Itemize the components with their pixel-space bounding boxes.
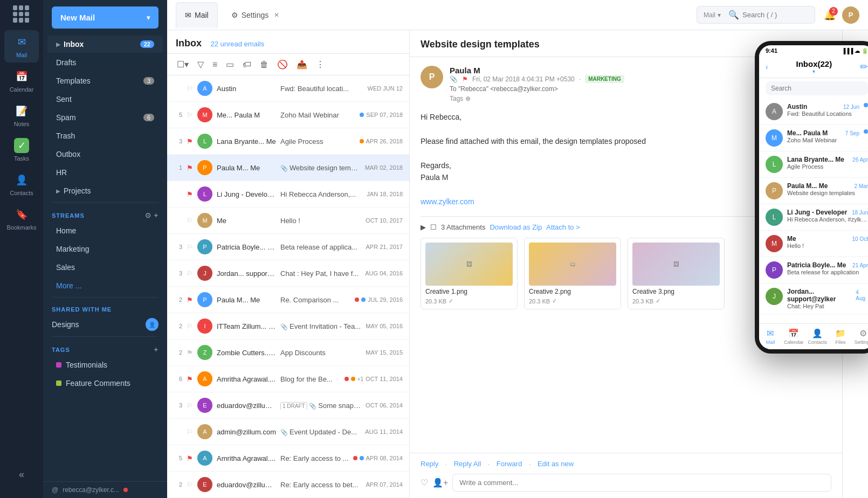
delete-button[interactable]: 🗑 (257, 58, 272, 72)
tags-add-icon[interactable]: + (154, 345, 159, 354)
flag-icon[interactable]: ⚑ (187, 296, 193, 304)
flag-icon[interactable]: ⚐ (187, 85, 193, 93)
sidebar-item-templates[interactable]: Templates 3 (47, 72, 163, 89)
email-row[interactable]: 2 ⚐ E eduardov@zillum.c... Re: Early acc… (167, 472, 409, 498)
phone-email-item[interactable]: L Li Jung - Developer 18 Jun Hi Rebecca … (759, 204, 868, 231)
archive-button[interactable]: ▭ (223, 57, 237, 72)
email-row[interactable]: ⚐ A Austin Fwd: Beautiful locati... WED … (167, 75, 409, 102)
email-row[interactable]: 3 ⚐ J Jordan... support@z... Chat : Hey … (167, 260, 409, 287)
flag-icon[interactable]: ⚐ (187, 269, 193, 278)
sidebar-item-marketing[interactable]: Marketing (47, 240, 163, 258)
search-filter-dropdown[interactable]: Mail ▾ (704, 11, 721, 19)
expand-attach-icon[interactable]: ▶ (421, 223, 426, 231)
sidebar-item-feature-comments[interactable]: Feature Comments (47, 375, 163, 392)
email-row[interactable]: ⚑ L Li Jung - Developer Hi Rebecca Ander… (167, 181, 409, 208)
email-row[interactable]: 5 ⚑ A Amritha Agrawal.... Re: Early acce… (167, 445, 409, 472)
email-row[interactable]: 3 ⚑ L Lana Bryante... Me Agile Process A… (167, 128, 409, 155)
move-button[interactable]: 📤 (293, 57, 311, 72)
email-row[interactable]: 2 ⚑ P Paula M... Me Re. Comparison ... J… (167, 287, 409, 313)
checkbox-attach[interactable]: ☐ (430, 223, 437, 231)
phone-email-item[interactable]: P Patricia Boyle... Me 21 Apr Beta relea… (759, 257, 868, 283)
flag-icon[interactable]: ⚑ (187, 137, 193, 146)
email-row[interactable]: 3 ⚐ E eduardov@zillum.c... 1 DRAFT 📎Some… (167, 392, 409, 419)
sidebar-item-outbox[interactable]: Outbox (47, 146, 163, 163)
filter-button[interactable]: ▽ (194, 57, 207, 72)
flag-icon[interactable]: ⚐ (187, 481, 193, 489)
phone-email-item[interactable]: J Jordan... support@zylker 4 Aug Chat: H… (759, 283, 868, 314)
sidebar-item-home[interactable]: Home (47, 222, 163, 239)
attachment-card[interactable]: 🖼 Creative 3.png 20.3 KB ✓ (628, 238, 725, 309)
forward-button[interactable]: Forward (497, 460, 522, 469)
flag-icon[interactable]: ⚐ (187, 402, 193, 410)
heart-icon[interactable]: ♡ (421, 478, 428, 488)
sidebar-item-designs[interactable]: Designs 👤 (43, 315, 167, 334)
tags-add-icon[interactable]: ⊕ (465, 95, 471, 102)
phone-email-item[interactable]: P Paula M... Me 2 Mar Website design tem… (759, 178, 868, 204)
flag-icon[interactable]: ⚐ (187, 111, 193, 119)
phone-nav-item-mail[interactable]: ✉ Mail (759, 326, 782, 347)
sidebar-item-sales[interactable]: Sales (47, 259, 163, 276)
streams-settings-icon[interactable]: ⊙ (145, 211, 151, 219)
block-button[interactable]: 🚫 (274, 57, 291, 72)
phone-email-item[interactable]: M Me 10 Oct Hello ! (759, 231, 868, 257)
phone-back-button[interactable]: ‹ (766, 63, 768, 71)
email-row[interactable]: 2 ⚑ Z Zombie Cutters... le... App Discou… (167, 340, 409, 366)
attachment-card[interactable]: 🗂 Creative 2.png 20.3 KB ✓ (524, 238, 621, 309)
flag-icon[interactable]: ⚑ (187, 454, 193, 462)
flag-icon[interactable]: ⚑ (187, 190, 193, 198)
flag-icon[interactable]: ⚐ (187, 322, 193, 330)
reply-button[interactable]: Reply (421, 460, 438, 469)
select-all-button[interactable]: ☐▾ (174, 57, 192, 72)
flag-icon[interactable]: ⚑ (187, 349, 193, 357)
flag-icon[interactable]: ⚐ (187, 243, 193, 251)
phone-nav-item-files[interactable]: 📁 Files (829, 326, 852, 347)
download-zip-link[interactable]: Download as Zip (490, 223, 542, 231)
tag-button[interactable]: 🏷 (239, 58, 254, 72)
sidebar-item-hr[interactable]: HR (47, 164, 163, 181)
email-row[interactable]: 6 ⚑ A Amritha Agrawal.... Blog for the B… (167, 366, 409, 392)
attach-to-link[interactable]: Attach to > (546, 223, 580, 231)
sort-button[interactable]: ≡ (209, 58, 221, 72)
sidebar-item-more[interactable]: More ... (47, 277, 163, 294)
sidebar-item-testimonials[interactable]: Testimonials (47, 356, 163, 374)
sidebar-item-spam[interactable]: Spam 6 (47, 109, 163, 126)
phone-email-item[interactable]: L Lana Bryante... Me 26 Apr Agile Proces… (759, 151, 868, 178)
sidebar-item-trash[interactable]: Trash (47, 127, 163, 144)
attachment-card[interactable]: 🖼 Creative 1.png 20.3 KB ✓ (421, 238, 518, 309)
sidebar-item-inbox[interactable]: ▶ Inbox 22 (47, 36, 163, 53)
flag-icon[interactable]: ⚑ (187, 164, 193, 172)
email-row[interactable]: 1 ⚑ P Paula M... Me 📎Website design temp… (167, 155, 409, 181)
search-input[interactable] (742, 11, 808, 19)
flag-icon[interactable]: ⚐ (187, 428, 193, 436)
comment-input[interactable] (452, 474, 831, 492)
nav-item-tasks[interactable]: ✓ Tasks (4, 134, 39, 166)
tab-mail[interactable]: ✉ Mail (176, 2, 218, 28)
unread-link[interactable]: 22 unread emails (210, 40, 264, 48)
flag-icon[interactable]: ⚑ (187, 375, 193, 383)
nav-item-calendar[interactable]: 📅 Calendar (4, 65, 39, 97)
sidebar-item-sent[interactable]: Sent (47, 91, 163, 108)
email-row[interactable]: 5 ⚐ M Me... Paula M Zoho Mail Webinar SE… (167, 102, 409, 128)
phone-nav-item-settings[interactable]: ⚙ Settings (852, 326, 868, 347)
user-avatar[interactable]: P (842, 6, 859, 24)
phone-email-item[interactable]: A Austin 12 Jun Fwd: Beautiful Locations (759, 99, 868, 125)
phone-chevron-down-icon[interactable]: ▾ (812, 68, 815, 74)
tab-settings-close-icon[interactable]: ✕ (274, 11, 279, 19)
more-actions-button[interactable]: ⋮ (313, 57, 328, 72)
tab-settings[interactable]: ⚙ Settings ✕ (222, 2, 289, 28)
edit-as-new-button[interactable]: Edit as new (538, 460, 574, 469)
phone-compose-button[interactable]: ✏ (860, 61, 868, 73)
nav-item-bookmarks[interactable]: 🔖 Bookmarks (4, 203, 39, 235)
sidebar-item-drafts[interactable]: Drafts (47, 54, 163, 71)
phone-email-item[interactable]: M Me... Paula M 7 Sep Zoho Mail Webinar (759, 125, 868, 151)
email-row[interactable]: ⚐ M Me Hello ! OCT 10, 2017 (167, 208, 409, 234)
nav-item-notes[interactable]: 📝 Notes (4, 99, 39, 132)
nav-item-mail[interactable]: ✉ Mail (4, 30, 39, 63)
nav-collapse-btn[interactable]: « (4, 462, 39, 486)
phone-search-input[interactable] (766, 81, 868, 95)
email-row[interactable]: ⚐ A admin@zillum.com 📎Event Updated - De… (167, 419, 409, 445)
phone-nav-item-contacts[interactable]: 👤 Contacts (806, 326, 830, 347)
phone-nav-item-calendar[interactable]: 📅 Calendar (782, 326, 806, 347)
sidebar-item-projects[interactable]: ▶ Projects (47, 182, 163, 199)
flag-icon[interactable]: ⚐ (187, 217, 193, 225)
